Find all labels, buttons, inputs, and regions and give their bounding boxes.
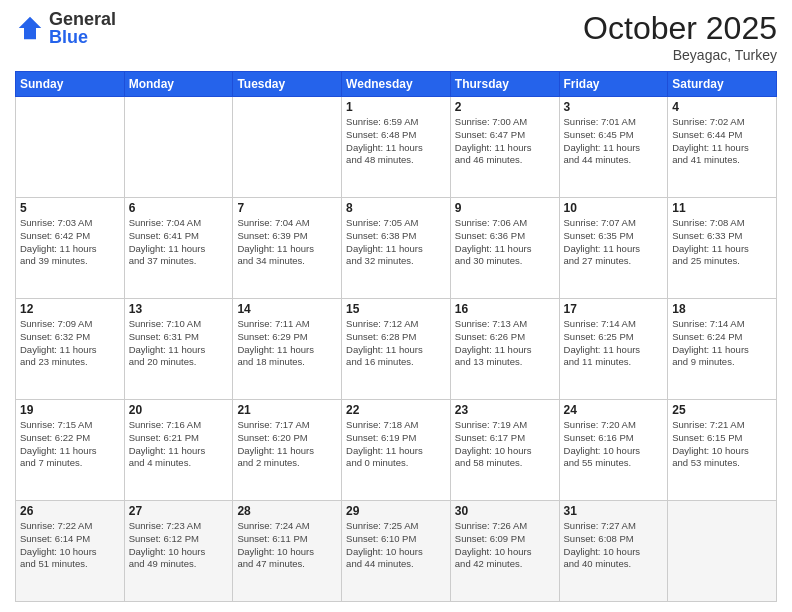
calendar-body: 1Sunrise: 6:59 AM Sunset: 6:48 PM Daylig…	[16, 97, 777, 602]
day-number: 9	[455, 201, 555, 215]
day-number: 6	[129, 201, 229, 215]
calendar-cell: 15Sunrise: 7:12 AM Sunset: 6:28 PM Dayli…	[342, 299, 451, 400]
week-row-1: 5Sunrise: 7:03 AM Sunset: 6:42 PM Daylig…	[16, 198, 777, 299]
title-block: October 2025 Beyagac, Turkey	[583, 10, 777, 63]
day-number: 25	[672, 403, 772, 417]
calendar-cell: 19Sunrise: 7:15 AM Sunset: 6:22 PM Dayli…	[16, 400, 125, 501]
page: General Blue October 2025 Beyagac, Turke…	[0, 0, 792, 612]
month-title: October 2025	[583, 10, 777, 47]
calendar-cell: 6Sunrise: 7:04 AM Sunset: 6:41 PM Daylig…	[124, 198, 233, 299]
calendar-cell: 20Sunrise: 7:16 AM Sunset: 6:21 PM Dayli…	[124, 400, 233, 501]
weekday-header-monday: Monday	[124, 72, 233, 97]
day-info: Sunrise: 7:27 AM Sunset: 6:08 PM Dayligh…	[564, 520, 664, 571]
calendar-cell	[668, 501, 777, 602]
day-info: Sunrise: 7:13 AM Sunset: 6:26 PM Dayligh…	[455, 318, 555, 369]
day-number: 27	[129, 504, 229, 518]
day-number: 22	[346, 403, 446, 417]
day-info: Sunrise: 6:59 AM Sunset: 6:48 PM Dayligh…	[346, 116, 446, 167]
day-info: Sunrise: 7:24 AM Sunset: 6:11 PM Dayligh…	[237, 520, 337, 571]
day-info: Sunrise: 7:03 AM Sunset: 6:42 PM Dayligh…	[20, 217, 120, 268]
day-info: Sunrise: 7:07 AM Sunset: 6:35 PM Dayligh…	[564, 217, 664, 268]
day-number: 31	[564, 504, 664, 518]
day-info: Sunrise: 7:14 AM Sunset: 6:25 PM Dayligh…	[564, 318, 664, 369]
calendar-cell: 2Sunrise: 7:00 AM Sunset: 6:47 PM Daylig…	[450, 97, 559, 198]
calendar-cell: 4Sunrise: 7:02 AM Sunset: 6:44 PM Daylig…	[668, 97, 777, 198]
calendar-cell: 10Sunrise: 7:07 AM Sunset: 6:35 PM Dayli…	[559, 198, 668, 299]
day-number: 11	[672, 201, 772, 215]
day-number: 19	[20, 403, 120, 417]
logo-text: General Blue	[49, 10, 116, 46]
day-number: 4	[672, 100, 772, 114]
logo-general: General	[49, 10, 116, 28]
calendar-cell: 30Sunrise: 7:26 AM Sunset: 6:09 PM Dayli…	[450, 501, 559, 602]
calendar-cell: 25Sunrise: 7:21 AM Sunset: 6:15 PM Dayli…	[668, 400, 777, 501]
day-info: Sunrise: 7:00 AM Sunset: 6:47 PM Dayligh…	[455, 116, 555, 167]
calendar-cell: 7Sunrise: 7:04 AM Sunset: 6:39 PM Daylig…	[233, 198, 342, 299]
calendar-cell	[16, 97, 125, 198]
weekday-header-thursday: Thursday	[450, 72, 559, 97]
day-info: Sunrise: 7:22 AM Sunset: 6:14 PM Dayligh…	[20, 520, 120, 571]
day-number: 10	[564, 201, 664, 215]
day-number: 12	[20, 302, 120, 316]
weekday-header-wednesday: Wednesday	[342, 72, 451, 97]
day-info: Sunrise: 7:25 AM Sunset: 6:10 PM Dayligh…	[346, 520, 446, 571]
location-subtitle: Beyagac, Turkey	[583, 47, 777, 63]
calendar-table: SundayMondayTuesdayWednesdayThursdayFrid…	[15, 71, 777, 602]
calendar-cell	[124, 97, 233, 198]
day-number: 5	[20, 201, 120, 215]
svg-marker-0	[19, 17, 42, 40]
day-number: 29	[346, 504, 446, 518]
day-number: 20	[129, 403, 229, 417]
calendar-cell: 17Sunrise: 7:14 AM Sunset: 6:25 PM Dayli…	[559, 299, 668, 400]
day-info: Sunrise: 7:10 AM Sunset: 6:31 PM Dayligh…	[129, 318, 229, 369]
day-info: Sunrise: 7:04 AM Sunset: 6:41 PM Dayligh…	[129, 217, 229, 268]
day-info: Sunrise: 7:14 AM Sunset: 6:24 PM Dayligh…	[672, 318, 772, 369]
day-info: Sunrise: 7:20 AM Sunset: 6:16 PM Dayligh…	[564, 419, 664, 470]
day-number: 1	[346, 100, 446, 114]
logo: General Blue	[15, 10, 116, 46]
week-row-2: 12Sunrise: 7:09 AM Sunset: 6:32 PM Dayli…	[16, 299, 777, 400]
calendar-cell: 5Sunrise: 7:03 AM Sunset: 6:42 PM Daylig…	[16, 198, 125, 299]
day-number: 30	[455, 504, 555, 518]
weekday-header-saturday: Saturday	[668, 72, 777, 97]
day-number: 28	[237, 504, 337, 518]
day-info: Sunrise: 7:08 AM Sunset: 6:33 PM Dayligh…	[672, 217, 772, 268]
day-number: 23	[455, 403, 555, 417]
day-info: Sunrise: 7:06 AM Sunset: 6:36 PM Dayligh…	[455, 217, 555, 268]
day-info: Sunrise: 7:17 AM Sunset: 6:20 PM Dayligh…	[237, 419, 337, 470]
weekday-header-tuesday: Tuesday	[233, 72, 342, 97]
calendar-cell	[233, 97, 342, 198]
calendar-cell: 21Sunrise: 7:17 AM Sunset: 6:20 PM Dayli…	[233, 400, 342, 501]
calendar-cell: 24Sunrise: 7:20 AM Sunset: 6:16 PM Dayli…	[559, 400, 668, 501]
weekday-row: SundayMondayTuesdayWednesdayThursdayFrid…	[16, 72, 777, 97]
calendar-cell: 14Sunrise: 7:11 AM Sunset: 6:29 PM Dayli…	[233, 299, 342, 400]
day-info: Sunrise: 7:19 AM Sunset: 6:17 PM Dayligh…	[455, 419, 555, 470]
day-info: Sunrise: 7:02 AM Sunset: 6:44 PM Dayligh…	[672, 116, 772, 167]
calendar-header: SundayMondayTuesdayWednesdayThursdayFrid…	[16, 72, 777, 97]
day-info: Sunrise: 7:16 AM Sunset: 6:21 PM Dayligh…	[129, 419, 229, 470]
calendar-cell: 23Sunrise: 7:19 AM Sunset: 6:17 PM Dayli…	[450, 400, 559, 501]
calendar-cell: 29Sunrise: 7:25 AM Sunset: 6:10 PM Dayli…	[342, 501, 451, 602]
calendar-cell: 27Sunrise: 7:23 AM Sunset: 6:12 PM Dayli…	[124, 501, 233, 602]
calendar-cell: 26Sunrise: 7:22 AM Sunset: 6:14 PM Dayli…	[16, 501, 125, 602]
calendar-cell: 31Sunrise: 7:27 AM Sunset: 6:08 PM Dayli…	[559, 501, 668, 602]
calendar-cell: 22Sunrise: 7:18 AM Sunset: 6:19 PM Dayli…	[342, 400, 451, 501]
day-info: Sunrise: 7:21 AM Sunset: 6:15 PM Dayligh…	[672, 419, 772, 470]
day-info: Sunrise: 7:12 AM Sunset: 6:28 PM Dayligh…	[346, 318, 446, 369]
day-number: 13	[129, 302, 229, 316]
day-number: 16	[455, 302, 555, 316]
calendar-cell: 13Sunrise: 7:10 AM Sunset: 6:31 PM Dayli…	[124, 299, 233, 400]
day-number: 26	[20, 504, 120, 518]
logo-blue-text: Blue	[49, 28, 116, 46]
logo-icon	[15, 13, 45, 43]
calendar-cell: 1Sunrise: 6:59 AM Sunset: 6:48 PM Daylig…	[342, 97, 451, 198]
calendar-cell: 3Sunrise: 7:01 AM Sunset: 6:45 PM Daylig…	[559, 97, 668, 198]
day-info: Sunrise: 7:09 AM Sunset: 6:32 PM Dayligh…	[20, 318, 120, 369]
day-info: Sunrise: 7:26 AM Sunset: 6:09 PM Dayligh…	[455, 520, 555, 571]
day-info: Sunrise: 7:18 AM Sunset: 6:19 PM Dayligh…	[346, 419, 446, 470]
calendar-cell: 9Sunrise: 7:06 AM Sunset: 6:36 PM Daylig…	[450, 198, 559, 299]
day-number: 18	[672, 302, 772, 316]
day-number: 8	[346, 201, 446, 215]
day-number: 2	[455, 100, 555, 114]
day-info: Sunrise: 7:15 AM Sunset: 6:22 PM Dayligh…	[20, 419, 120, 470]
